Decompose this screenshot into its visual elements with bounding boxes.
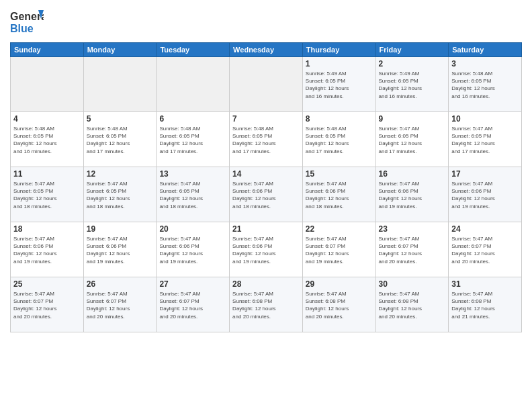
day-info: Sunrise: 5:48 AM Sunset: 6:05 PM Dayligh… — [159, 125, 226, 155]
day-number: 22 — [306, 224, 373, 234]
calendar-cell: 13Sunrise: 5:47 AM Sunset: 6:05 PM Dayli… — [157, 167, 230, 222]
calendar-cell — [230, 57, 303, 112]
day-number: 14 — [232, 169, 300, 179]
day-info: Sunrise: 5:47 AM Sunset: 6:06 PM Dayligh… — [232, 180, 300, 210]
weekday-header-friday: Friday — [375, 43, 449, 57]
day-info: Sunrise: 5:47 AM Sunset: 6:05 PM Dayligh… — [13, 180, 81, 210]
calendar-cell: 15Sunrise: 5:47 AM Sunset: 6:06 PM Dayli… — [302, 167, 375, 222]
day-number: 29 — [306, 279, 373, 289]
day-number: 16 — [379, 169, 446, 179]
weekday-header-wednesday: Wednesday — [230, 43, 303, 57]
calendar-cell: 10Sunrise: 5:47 AM Sunset: 6:05 PM Dayli… — [449, 112, 522, 167]
day-number: 31 — [451, 279, 519, 289]
calendar-cell: 25Sunrise: 5:47 AM Sunset: 6:07 PM Dayli… — [11, 277, 84, 332]
calendar-week-row: 1Sunrise: 5:49 AM Sunset: 6:05 PM Daylig… — [11, 57, 522, 112]
day-number: 3 — [451, 59, 519, 68]
day-number: 7 — [232, 114, 300, 124]
day-number: 20 — [159, 224, 226, 234]
calendar-cell: 9Sunrise: 5:47 AM Sunset: 6:05 PM Daylig… — [375, 112, 449, 167]
logo-icon: General Blue — [10, 7, 44, 37]
day-info: Sunrise: 5:47 AM Sunset: 6:06 PM Dayligh… — [379, 180, 446, 210]
calendar-cell: 23Sunrise: 5:47 AM Sunset: 6:07 PM Dayli… — [375, 222, 449, 277]
day-info: Sunrise: 5:47 AM Sunset: 6:05 PM Dayligh… — [87, 180, 154, 210]
weekday-header-tuesday: Tuesday — [157, 43, 230, 57]
weekday-header-row: SundayMondayTuesdayWednesdayThursdayFrid… — [11, 43, 522, 57]
calendar-cell: 19Sunrise: 5:47 AM Sunset: 6:06 PM Dayli… — [83, 222, 157, 277]
day-number: 27 — [159, 279, 226, 289]
calendar-cell: 27Sunrise: 5:47 AM Sunset: 6:07 PM Dayli… — [157, 277, 230, 332]
calendar-cell: 1Sunrise: 5:49 AM Sunset: 6:05 PM Daylig… — [302, 57, 375, 112]
calendar-cell: 5Sunrise: 5:48 AM Sunset: 6:05 PM Daylig… — [83, 112, 157, 167]
day-number: 10 — [451, 114, 519, 124]
day-number: 19 — [87, 224, 154, 234]
day-info: Sunrise: 5:47 AM Sunset: 6:05 PM Dayligh… — [379, 125, 446, 155]
calendar-cell: 16Sunrise: 5:47 AM Sunset: 6:06 PM Dayli… — [375, 167, 449, 222]
page: General Blue SundayMondayTuesdayWednesda… — [0, 0, 532, 411]
day-info: Sunrise: 5:47 AM Sunset: 6:08 PM Dayligh… — [379, 290, 446, 320]
day-info: Sunrise: 5:47 AM Sunset: 6:06 PM Dayligh… — [232, 235, 300, 265]
calendar-cell: 17Sunrise: 5:47 AM Sunset: 6:06 PM Dayli… — [449, 167, 522, 222]
day-info: Sunrise: 5:48 AM Sunset: 6:05 PM Dayligh… — [232, 125, 300, 155]
day-info: Sunrise: 5:47 AM Sunset: 6:06 PM Dayligh… — [306, 180, 373, 210]
calendar-cell: 12Sunrise: 5:47 AM Sunset: 6:05 PM Dayli… — [83, 167, 157, 222]
day-number: 24 — [451, 224, 519, 234]
calendar-week-row: 18Sunrise: 5:47 AM Sunset: 6:06 PM Dayli… — [11, 222, 522, 277]
day-info: Sunrise: 5:49 AM Sunset: 6:05 PM Dayligh… — [306, 70, 373, 100]
day-number: 6 — [159, 114, 226, 124]
day-info: Sunrise: 5:47 AM Sunset: 6:06 PM Dayligh… — [159, 235, 226, 265]
day-number: 25 — [13, 279, 81, 289]
day-number: 5 — [87, 114, 154, 124]
day-info: Sunrise: 5:48 AM Sunset: 6:05 PM Dayligh… — [87, 125, 154, 155]
calendar-cell: 20Sunrise: 5:47 AM Sunset: 6:06 PM Dayli… — [157, 222, 230, 277]
weekday-header-monday: Monday — [83, 43, 157, 57]
day-info: Sunrise: 5:47 AM Sunset: 6:06 PM Dayligh… — [87, 235, 154, 265]
day-info: Sunrise: 5:49 AM Sunset: 6:05 PM Dayligh… — [379, 70, 446, 100]
calendar-cell: 7Sunrise: 5:48 AM Sunset: 6:05 PM Daylig… — [230, 112, 303, 167]
calendar-cell: 21Sunrise: 5:47 AM Sunset: 6:06 PM Dayli… — [230, 222, 303, 277]
calendar-cell: 3Sunrise: 5:48 AM Sunset: 6:05 PM Daylig… — [449, 57, 522, 112]
day-number: 21 — [232, 224, 300, 234]
calendar-cell: 14Sunrise: 5:47 AM Sunset: 6:06 PM Dayli… — [230, 167, 303, 222]
day-number: 15 — [306, 169, 373, 179]
calendar-week-row: 4Sunrise: 5:48 AM Sunset: 6:05 PM Daylig… — [11, 112, 522, 167]
weekday-header-sunday: Sunday — [11, 43, 84, 57]
day-info: Sunrise: 5:48 AM Sunset: 6:05 PM Dayligh… — [306, 125, 373, 155]
day-number: 4 — [13, 114, 81, 124]
day-info: Sunrise: 5:47 AM Sunset: 6:05 PM Dayligh… — [451, 125, 519, 155]
day-info: Sunrise: 5:47 AM Sunset: 6:06 PM Dayligh… — [451, 180, 519, 210]
day-info: Sunrise: 5:48 AM Sunset: 6:05 PM Dayligh… — [451, 70, 519, 100]
calendar-cell: 30Sunrise: 5:47 AM Sunset: 6:08 PM Dayli… — [375, 277, 449, 332]
calendar-cell: 4Sunrise: 5:48 AM Sunset: 6:05 PM Daylig… — [11, 112, 84, 167]
day-info: Sunrise: 5:47 AM Sunset: 6:07 PM Dayligh… — [13, 290, 81, 320]
calendar-cell: 11Sunrise: 5:47 AM Sunset: 6:05 PM Dayli… — [11, 167, 84, 222]
calendar-table: SundayMondayTuesdayWednesdayThursdayFrid… — [10, 42, 522, 332]
calendar-cell: 26Sunrise: 5:47 AM Sunset: 6:07 PM Dayli… — [83, 277, 157, 332]
svg-text:Blue: Blue — [10, 23, 34, 34]
day-info: Sunrise: 5:47 AM Sunset: 6:07 PM Dayligh… — [87, 290, 154, 320]
day-number: 18 — [13, 224, 81, 234]
calendar-cell — [83, 57, 157, 112]
day-number: 11 — [13, 169, 81, 179]
calendar-cell: 31Sunrise: 5:47 AM Sunset: 6:08 PM Dayli… — [449, 277, 522, 332]
calendar-week-row: 25Sunrise: 5:47 AM Sunset: 6:07 PM Dayli… — [11, 277, 522, 332]
calendar-cell — [157, 57, 230, 112]
day-number: 23 — [379, 224, 446, 234]
weekday-header-saturday: Saturday — [449, 43, 522, 57]
day-info: Sunrise: 5:47 AM Sunset: 6:08 PM Dayligh… — [306, 290, 373, 320]
day-info: Sunrise: 5:47 AM Sunset: 6:07 PM Dayligh… — [159, 290, 226, 320]
weekday-header-thursday: Thursday — [302, 43, 375, 57]
calendar-cell: 2Sunrise: 5:49 AM Sunset: 6:05 PM Daylig… — [375, 57, 449, 112]
day-number: 12 — [87, 169, 154, 179]
day-number: 9 — [379, 114, 446, 124]
calendar-cell: 22Sunrise: 5:47 AM Sunset: 6:07 PM Dayli… — [302, 222, 375, 277]
day-number: 2 — [379, 59, 446, 68]
day-info: Sunrise: 5:47 AM Sunset: 6:07 PM Dayligh… — [379, 235, 446, 265]
calendar-cell: 8Sunrise: 5:48 AM Sunset: 6:05 PM Daylig… — [302, 112, 375, 167]
calendar-cell: 29Sunrise: 5:47 AM Sunset: 6:08 PM Dayli… — [302, 277, 375, 332]
day-info: Sunrise: 5:47 AM Sunset: 6:08 PM Dayligh… — [232, 290, 300, 320]
calendar-cell: 24Sunrise: 5:47 AM Sunset: 6:07 PM Dayli… — [449, 222, 522, 277]
header: General Blue — [10, 7, 522, 37]
day-info: Sunrise: 5:47 AM Sunset: 6:08 PM Dayligh… — [451, 290, 519, 320]
logo: General Blue — [10, 7, 44, 37]
calendar-cell: 28Sunrise: 5:47 AM Sunset: 6:08 PM Dayli… — [230, 277, 303, 332]
